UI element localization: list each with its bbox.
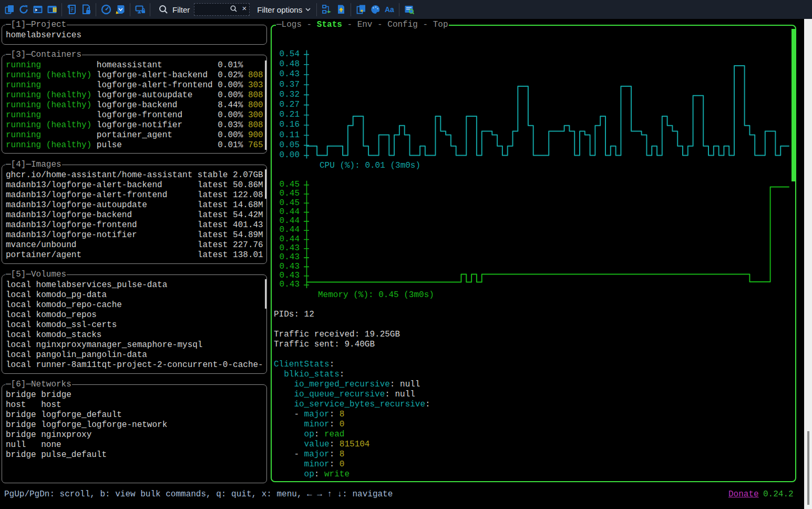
file-import-icon[interactable] xyxy=(354,3,368,17)
container-row[interactable]: running logforge-alert-frontend 0.00% 30… xyxy=(6,80,264,90)
stats-panel[interactable]: ─Logs - Stats - Env - Config - Top 0.540… xyxy=(271,25,796,482)
network-row[interactable]: bridge bridge xyxy=(6,390,264,400)
memory-axis-labels: 0.450.450.450.440.440.440.440.430.430.43… xyxy=(272,180,300,290)
palette-icon[interactable] xyxy=(368,3,382,17)
container-row[interactable]: running (healthy) logforge-notifier 0.03… xyxy=(6,120,264,130)
image-row[interactable]: portainer/agent latest 138.01 xyxy=(6,250,264,260)
containers-panel[interactable]: ─[3]─Containers running homeassistant 0.… xyxy=(2,55,267,154)
app-window: Filter × Filter options Aa ─[1]─Project … xyxy=(0,0,812,509)
network-lock-icon[interactable] xyxy=(133,3,147,17)
volume-row[interactable]: local homelabservices_pulse-data xyxy=(6,280,264,290)
container-row[interactable]: running (healthy) logforge-autoupdate 0.… xyxy=(6,90,264,100)
container-row[interactable]: running homeassistant 0.01% xyxy=(6,60,264,70)
network-driver: bridge xyxy=(6,390,41,400)
image-row[interactable]: madanb13/logforge-alert-frontend latest … xyxy=(6,190,264,200)
y-tick-label: 0.43 xyxy=(272,271,300,280)
image-size: 50.86M xyxy=(233,180,263,190)
container-port: 300 xyxy=(248,110,263,120)
project-name[interactable]: homelabservices xyxy=(6,30,264,40)
filter-input[interactable] xyxy=(194,3,250,16)
network-name: logforge_logforge-network xyxy=(41,420,167,430)
network-row[interactable]: bridge nginxproxy xyxy=(6,430,264,440)
container-port: 800 xyxy=(248,100,263,110)
containers-panel-title: ─[3]─Containers xyxy=(5,50,82,60)
stats-scrollbar[interactable] xyxy=(792,29,796,181)
volume-row[interactable]: local komodo_repo-cache xyxy=(6,300,264,310)
log-search-icon[interactable] xyxy=(402,3,416,17)
window-scrollbar-thumb[interactable] xyxy=(807,431,809,505)
containers-scrollbar[interactable] xyxy=(265,60,266,150)
project-panel[interactable]: ─[1]─Project homelabservices xyxy=(2,25,267,45)
container-row[interactable]: running (healthy) logforge-backend 8.44%… xyxy=(6,100,264,110)
images-panel[interactable]: ─[4]─Images ghcr.io/home-assistant/home-… xyxy=(2,165,267,264)
volumes-scrollbar[interactable] xyxy=(265,279,266,309)
image-tag: latest xyxy=(198,180,233,190)
donate-link[interactable]: Donate xyxy=(728,490,759,499)
volumes-panel[interactable]: ─[5]─Volumes local homelabservices_pulse… xyxy=(2,274,267,374)
gauge-icon[interactable] xyxy=(99,3,113,17)
container-name: logforge-notifier xyxy=(97,120,218,130)
network-row[interactable]: null none xyxy=(6,440,264,450)
container-row[interactable]: running (healthy) logforge-alert-backend… xyxy=(6,70,264,80)
stats-line: io_queue_recursive: null xyxy=(274,390,430,400)
deploy-tree-icon[interactable] xyxy=(320,3,334,17)
font-icon[interactable]: Aa xyxy=(382,3,396,17)
tab-stats[interactable]: Stats xyxy=(317,20,342,29)
image-row[interactable]: madanb13/logforge-backend latest 54.42M xyxy=(6,210,264,220)
tab-config[interactable]: Config xyxy=(387,20,418,29)
networks-panel-title: ─[6]─Networks xyxy=(5,380,72,390)
images-scrollbar[interactable] xyxy=(265,169,266,199)
volume-row[interactable]: local komodo_pg-data xyxy=(6,290,264,300)
copy-icon[interactable] xyxy=(2,3,16,17)
tab-separator: - xyxy=(372,20,387,29)
y-tick-label: 0.16 xyxy=(272,120,300,130)
input-search-icon xyxy=(230,5,238,15)
network-row[interactable]: host host xyxy=(6,400,264,410)
volume-row[interactable]: local pangolin_pangolin-data xyxy=(6,350,264,360)
filter-options-dropdown[interactable]: Filter options xyxy=(257,5,311,14)
image-row[interactable]: ghcr.io/home-assistant/home-assistant st… xyxy=(6,170,264,180)
cpu-caption: CPU (%): 0.01 (3m0s) xyxy=(320,161,420,170)
networks-panel[interactable]: ─[6]─Networks bridge bridgehost hostbrid… xyxy=(2,384,267,483)
console-icon[interactable] xyxy=(30,3,45,17)
network-row[interactable]: bridge logforge_logforge-network xyxy=(6,420,264,430)
script-icon[interactable] xyxy=(65,3,79,17)
console-pause-icon[interactable] xyxy=(45,3,59,17)
image-row[interactable]: mvance/unbound latest 227.76 xyxy=(6,240,264,250)
container-status: running (healthy) xyxy=(6,100,97,110)
container-cpu: 0.03% xyxy=(218,120,248,130)
stats-line: io_service_bytes_recursive: xyxy=(274,400,430,410)
image-row[interactable]: madanb13/logforge-autoupdate latest 14.6… xyxy=(6,200,264,210)
network-row[interactable]: bridge pulse_default xyxy=(6,450,264,460)
stats-text: PIDs: 12 Traffic received: 19.25GBTraffi… xyxy=(274,310,430,480)
volume-row[interactable]: local komodo_stacks xyxy=(6,330,264,340)
volume-row[interactable]: local runner-8am11tqt-project-2-concurre… xyxy=(6,360,264,370)
network-driver: bridge xyxy=(6,430,41,440)
volume-name: komodo_repo-cache xyxy=(36,300,122,310)
image-row[interactable]: madanb13/logforge-frontend latest 401.43 xyxy=(6,220,264,230)
image-row[interactable]: madanb13/logforge-notifier latest 54.89M xyxy=(6,230,264,240)
image-row[interactable]: madanb13/logforge-alert-backend latest 5… xyxy=(6,180,264,190)
volume-row[interactable]: local komodo_ssl-certs xyxy=(6,320,264,330)
image-tag: stable xyxy=(198,170,233,180)
container-row[interactable]: running portainer_agent 0.00% 900 xyxy=(6,130,264,140)
document-lock-icon[interactable] xyxy=(79,3,93,17)
tab-env[interactable]: Env xyxy=(357,20,373,29)
container-row[interactable]: running logforge-frontend 0.00% 300 xyxy=(6,110,264,120)
network-row[interactable]: bridge logforge_default xyxy=(6,410,264,420)
reconnect-icon[interactable] xyxy=(16,3,30,17)
y-tick-label: 0.48 xyxy=(272,59,300,69)
volume-row[interactable]: local nginxproxymanager_semaphore-mysql xyxy=(6,340,264,350)
tab-top[interactable]: Top xyxy=(433,20,448,29)
clear-filter-icon[interactable]: × xyxy=(242,4,247,13)
volume-row[interactable]: local komodo_repos xyxy=(6,310,264,320)
file-upload-icon[interactable] xyxy=(334,3,348,17)
statusbar-help: PgUp/PgDn: scroll, b: view bulk commands… xyxy=(4,490,393,500)
save-icon[interactable] xyxy=(113,3,127,17)
network-driver: bridge xyxy=(6,410,41,420)
stats-line: Traffic sent: 9.40GB xyxy=(274,340,430,350)
container-row[interactable]: running (healthy) pulse 0.01% 765 xyxy=(6,140,264,150)
y-tick-label: 0.45 xyxy=(272,199,300,208)
tab-logs[interactable]: Logs xyxy=(282,20,302,29)
window-scrollbar-track[interactable] xyxy=(804,19,812,509)
